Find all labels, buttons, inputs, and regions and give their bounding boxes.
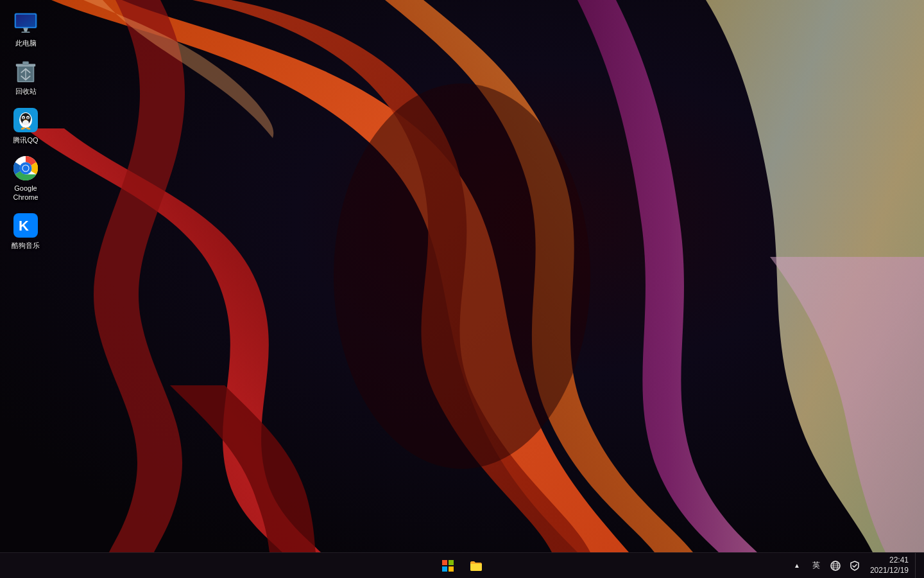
security-icon-button[interactable] <box>846 554 864 578</box>
svg-rect-6 <box>21 31 30 33</box>
svg-rect-30 <box>442 566 447 572</box>
desktop-icon-label-chrome: Google Chrome <box>4 184 47 202</box>
monitor-icon <box>13 10 38 36</box>
clock-time: 22:41 <box>889 556 909 566</box>
svg-rect-29 <box>449 560 454 565</box>
file-explorer-button[interactable] <box>463 553 489 579</box>
desktop-icon-label-recycle-bin: 回收站 <box>15 87 37 96</box>
taskbar-center <box>435 553 489 579</box>
desktop: 此电脑 回收站 <box>0 0 924 552</box>
chrome-icon <box>13 155 38 181</box>
qq-icon <box>13 107 38 133</box>
language-text: 英 <box>810 560 822 571</box>
svg-text:K: K <box>19 218 29 234</box>
svg-point-20 <box>22 120 29 125</box>
network-icon-button[interactable] <box>826 554 844 578</box>
svg-rect-10 <box>22 62 29 65</box>
taskbar: ▲ 英 22:41 2021/12/ <box>0 552 924 578</box>
shield-icon <box>850 561 859 571</box>
desktop-icon-label-qq: 腾讯QQ <box>13 136 38 144</box>
svg-point-1 <box>334 83 590 469</box>
svg-point-18 <box>27 117 28 118</box>
svg-rect-31 <box>449 566 454 572</box>
desktop-icon-label-kuwo: 酷狗音乐 <box>12 241 40 250</box>
svg-rect-4 <box>16 15 35 27</box>
language-indicator[interactable]: 英 <box>807 554 825 578</box>
desktop-icon-recycle-bin[interactable]: 回收站 <box>1 55 50 100</box>
svg-point-17 <box>22 117 24 118</box>
clock-date: 2021/12/19 <box>870 566 909 576</box>
desktop-icon-tencent-qq[interactable]: 腾讯QQ <box>1 103 50 148</box>
network-icon <box>830 561 841 571</box>
desktop-icon-my-computer[interactable]: 此电脑 <box>1 6 50 51</box>
show-desktop-button[interactable] <box>915 553 919 579</box>
start-button[interactable] <box>435 553 461 579</box>
svg-marker-5 <box>23 28 28 32</box>
kuwo-icon: K <box>13 213 38 238</box>
svg-rect-28 <box>442 560 447 565</box>
svg-point-25 <box>23 165 29 171</box>
chevron-up-icon: ▲ <box>794 562 800 569</box>
desktop-icon-google-chrome[interactable]: Google Chrome <box>1 152 50 206</box>
desktop-icons: 此电脑 回收站 <box>0 0 51 261</box>
desktop-icon-kuwo-music[interactable]: K 酷狗音乐 <box>1 209 50 254</box>
recycle-bin-icon <box>13 58 38 84</box>
desktop-icon-label-my-computer: 此电脑 <box>15 39 37 48</box>
taskbar-right: ▲ 英 22:41 2021/12/ <box>788 553 924 578</box>
tray-chevron-button[interactable]: ▲ <box>788 554 806 578</box>
clock-area[interactable]: 22:41 2021/12/19 <box>865 553 914 578</box>
